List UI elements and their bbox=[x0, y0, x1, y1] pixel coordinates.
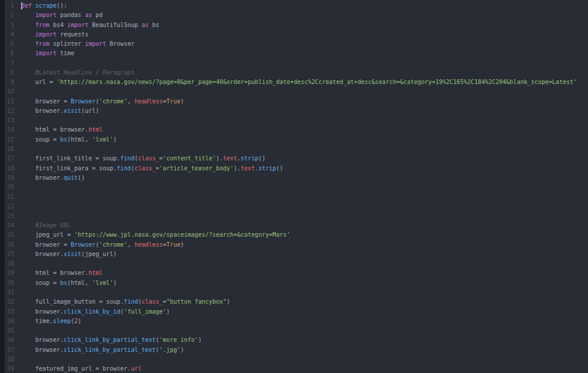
code-token: ) bbox=[181, 241, 184, 248]
code-text: jpeg_url = 'https://www.jpl.nasa.gov/spa… bbox=[14, 230, 290, 240]
code-token: bs bbox=[60, 136, 67, 143]
code-token: bs4 bbox=[49, 22, 67, 28]
code-token: '.jpg' bbox=[159, 347, 181, 353]
code-token: featured_img_url = browser. bbox=[21, 365, 131, 372]
code-text: soup = bs(html, 'lxml') bbox=[14, 135, 117, 145]
code-text: browser = Browser('chrome', headless=Tru… bbox=[14, 97, 184, 106]
code-token: full_image_button = soup. bbox=[21, 298, 124, 305]
code-token: visit bbox=[64, 107, 81, 114]
code-line[interactable]: 22 bbox=[0, 202, 588, 211]
code-line[interactable]: 19 browser.quit() bbox=[0, 173, 588, 183]
code-token: class_ bbox=[142, 298, 163, 305]
code-line[interactable]: 27 browser.visit(jpeg_url) bbox=[0, 250, 588, 259]
code-line[interactable]: 35 bbox=[0, 326, 588, 335]
code-token: 'content_title' bbox=[163, 155, 216, 162]
code-token: html bbox=[88, 270, 102, 276]
code-line[interactable]: 38 bbox=[0, 355, 588, 364]
code-token: () bbox=[258, 155, 265, 162]
code-line[interactable]: 24 #Image URL bbox=[0, 221, 588, 230]
code-line[interactable]: 13 bbox=[0, 116, 588, 125]
code-token: text bbox=[240, 165, 255, 172]
code-line[interactable]: 10 bbox=[0, 87, 588, 96]
code-token: browser. bbox=[21, 107, 64, 114]
code-line[interactable]: 25 jpeg_url = 'https://www.jpl.nasa.gov/… bbox=[0, 230, 588, 240]
code-token: browser. bbox=[21, 251, 64, 257]
code-line[interactable]: 15 soup = bs(html, 'lxml') bbox=[0, 135, 588, 145]
editor-left-edge bbox=[0, 0, 5, 373]
code-line[interactable]: 2 import pandas as pd bbox=[0, 11, 588, 20]
code-token: ) bbox=[198, 337, 202, 343]
code-token: bs bbox=[60, 280, 67, 286]
code-text: import requests bbox=[14, 30, 88, 39]
code-token: 'chrome' bbox=[99, 241, 127, 248]
code-line[interactable]: 20 bbox=[0, 183, 588, 192]
code-line[interactable]: 28 bbox=[0, 259, 588, 268]
code-token: ) bbox=[113, 280, 117, 286]
code-token: import bbox=[35, 31, 56, 38]
code-line[interactable]: 14 html = browser.html bbox=[0, 125, 588, 135]
code-line[interactable]: 32 full_image_button = soup.find(class_=… bbox=[0, 297, 588, 307]
code-token: first_link_para = soup. bbox=[21, 165, 117, 172]
code-token: (jpeg_url) bbox=[81, 251, 116, 257]
code-token: 'https://www.jpl.nasa.gov/spaceimages/?s… bbox=[74, 231, 290, 238]
code-line[interactable]: 11 browser = Browser('chrome', headless=… bbox=[0, 97, 588, 106]
code-text bbox=[14, 202, 21, 211]
code-line[interactable]: 30 soup = bs(html, 'lxml') bbox=[0, 278, 588, 288]
code-line[interactable]: 7 bbox=[0, 59, 588, 68]
code-token: import bbox=[85, 41, 106, 47]
code-token: #Image URL bbox=[21, 222, 71, 228]
code-text bbox=[14, 192, 21, 201]
code-line[interactable]: 29 html = browser.html bbox=[0, 268, 588, 278]
code-text: url = 'https://mars.nasa.gov/news/?page=… bbox=[14, 78, 577, 87]
code-line[interactable]: 34 time.sleep(2) bbox=[0, 317, 588, 326]
code-token: 'more info' bbox=[159, 337, 198, 343]
code-line[interactable]: 8 #Latest Headline / Paragraph bbox=[0, 68, 588, 78]
code-token: () bbox=[78, 174, 85, 181]
code-line[interactable]: 5 from splinter import Browser bbox=[0, 39, 588, 49]
code-line[interactable]: 39 featured_img_url = browser.url bbox=[0, 364, 588, 373]
code-text: from splinter import Browser bbox=[14, 39, 135, 49]
code-token: ). bbox=[233, 165, 240, 172]
code-line[interactable]: 18 first_link_para = soup.find(class_='a… bbox=[0, 164, 588, 173]
code-line[interactable]: 17 first_link_title = soup.find(class_='… bbox=[0, 154, 588, 163]
code-text: soup = bs(html, 'lxml') bbox=[14, 278, 117, 288]
code-line[interactable]: 3 from bs4 import BeautifulSoup as bs bbox=[0, 21, 588, 30]
code-line[interactable]: 4 import requests bbox=[0, 30, 588, 39]
code-text: import pandas as pd bbox=[14, 11, 103, 20]
code-text: browser.click_link_by_partial_text('more… bbox=[14, 335, 202, 345]
code-line[interactable]: 23 bbox=[0, 211, 588, 221]
code-token: html = browser. bbox=[21, 126, 88, 133]
code-text: featured_img_url = browser.url bbox=[14, 364, 142, 373]
code-line[interactable]: 26 browser = Browser('chrome', headless=… bbox=[0, 240, 588, 250]
code-text: browser.click_link_by_id('full_image') bbox=[14, 307, 170, 317]
code-text: html = browser.html bbox=[14, 268, 102, 278]
code-line[interactable]: 33 browser.click_link_by_id('full_image'… bbox=[0, 307, 588, 317]
code-line[interactable]: 36 browser.click_link_by_partial_text('m… bbox=[0, 335, 588, 345]
code-token: (url) bbox=[81, 107, 99, 114]
code-area[interactable]: 1def scrape():2 import pandas as pd3 fro… bbox=[0, 0, 588, 373]
code-token: browser. bbox=[21, 174, 64, 181]
code-text: from bs4 import BeautifulSoup as bs bbox=[14, 21, 159, 30]
code-line[interactable]: 21 bbox=[0, 192, 588, 201]
code-line[interactable]: 6 import time bbox=[0, 49, 588, 58]
code-line[interactable]: 9 url = 'https://mars.nasa.gov/news/?pag… bbox=[0, 78, 588, 87]
code-token: splinter bbox=[49, 41, 85, 47]
code-token: browser. bbox=[21, 337, 64, 343]
code-line[interactable]: 31 bbox=[0, 288, 588, 297]
code-editor[interactable]: 1def scrape():2 import pandas as pd3 fro… bbox=[0, 0, 588, 373]
code-token: text bbox=[223, 155, 237, 162]
code-token: (html, bbox=[67, 136, 92, 143]
code-line[interactable]: 37 browser.click_link_by_partial_text('.… bbox=[0, 345, 588, 355]
code-token: () bbox=[276, 165, 283, 172]
code-token: ) bbox=[113, 136, 117, 143]
code-token: soup = bbox=[21, 280, 60, 286]
code-token: True bbox=[166, 98, 181, 105]
code-line[interactable]: 16 bbox=[0, 145, 588, 154]
code-token: BeautifulSoup bbox=[88, 22, 141, 28]
code-token: browser. bbox=[21, 347, 64, 353]
code-token: "button fancybox" bbox=[166, 298, 226, 305]
code-token: Browser bbox=[71, 98, 95, 105]
code-token: bs bbox=[149, 22, 159, 28]
code-line[interactable]: 12 browser.visit(url) bbox=[0, 106, 588, 116]
code-line[interactable]: 1def scrape(): bbox=[0, 1, 588, 11]
